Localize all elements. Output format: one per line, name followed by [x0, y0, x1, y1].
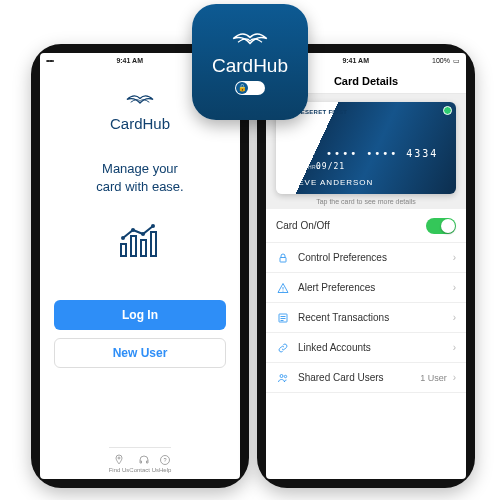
screen-details: ••••• 9:41 AM 100%▭ ‹ Back Card Details … — [266, 53, 466, 479]
svg-point-19 — [284, 375, 286, 377]
new-user-button[interactable]: New User — [54, 338, 226, 368]
signal-icon: ••••• — [46, 57, 53, 64]
chevron-right-icon: › — [453, 312, 456, 323]
chevron-right-icon: › — [453, 372, 456, 383]
svg-point-7 — [151, 224, 155, 228]
card-status-dot — [443, 106, 452, 115]
chevron-right-icon: › — [453, 342, 456, 353]
contact-us-tab[interactable]: Contact Us — [129, 454, 159, 473]
card-onoff-row: Card On/Off — [266, 209, 466, 243]
lock-icon: 🔒 — [236, 82, 248, 94]
users-icon — [276, 372, 290, 384]
svg-rect-3 — [151, 232, 156, 256]
tap-hint: Tap the card to see more details — [316, 198, 416, 205]
chevron-right-icon: › — [453, 252, 456, 263]
status-time: 9:41 AM — [116, 57, 143, 64]
app-icon-tile: CardHub 🔒 — [192, 4, 308, 120]
card-onoff-label: Card On/Off — [276, 220, 426, 231]
linked-accounts-row[interactable]: Linked Accounts › — [266, 333, 466, 363]
control-preferences-row[interactable]: Control Preferences › — [266, 243, 466, 273]
pin-icon — [113, 454, 125, 466]
app-icon-brand: CardHub — [212, 55, 288, 77]
shared-count: 1 User — [420, 373, 447, 383]
svg-rect-1 — [131, 236, 136, 256]
help-icon: ? — [159, 454, 171, 466]
recent-transactions-row[interactable]: Recent Transactions › — [266, 303, 466, 333]
battery-icon: ▭ — [453, 57, 460, 65]
status-time: 9:41 AM — [342, 57, 369, 64]
card-onoff-toggle[interactable] — [426, 218, 456, 234]
help-tab[interactable]: ? Help — [159, 454, 171, 473]
svg-rect-11 — [280, 257, 286, 262]
chevron-right-icon: › — [453, 282, 456, 293]
login-button[interactable]: Log In — [54, 300, 226, 330]
svg-point-13 — [283, 290, 284, 291]
svg-point-6 — [141, 232, 145, 236]
lock-icon — [276, 252, 290, 264]
brand-logo: CardHub — [110, 92, 170, 132]
credit-card[interactable]: DESERET FIRST •••• •••• •••• 4334 VALID … — [276, 102, 456, 194]
list-icon — [276, 312, 290, 324]
bird-icon — [126, 92, 154, 107]
headset-icon — [138, 454, 150, 466]
shared-users-row[interactable]: Shared Card Users 1 User › — [266, 363, 466, 393]
card-holder: STEVE ANDERSON — [286, 178, 373, 187]
svg-text:?: ? — [164, 457, 167, 463]
card-expiry: 09/21 — [316, 162, 345, 171]
svg-point-18 — [280, 374, 283, 377]
lock-toggle-icon: 🔒 — [235, 81, 265, 95]
card-number: •••• •••• •••• 4334 — [286, 148, 438, 159]
alert-preferences-row[interactable]: Alert Preferences › — [266, 273, 466, 303]
svg-point-4 — [121, 236, 125, 240]
alert-icon — [276, 282, 290, 294]
status-battery: 100% — [432, 57, 450, 64]
brand-name: CardHub — [110, 115, 170, 132]
tagline: Manage yourcard with ease. — [96, 160, 183, 196]
svg-point-8 — [118, 457, 120, 459]
link-icon — [276, 342, 290, 354]
svg-rect-0 — [121, 244, 126, 256]
svg-point-5 — [131, 228, 135, 232]
svg-rect-2 — [141, 240, 146, 256]
page-title: Card Details — [334, 75, 398, 87]
bird-icon — [232, 29, 268, 48]
find-us-tab[interactable]: Find Us — [109, 454, 130, 473]
chart-icon — [118, 224, 162, 264]
bottom-bar: Find Us Contact Us ? Help — [109, 447, 172, 479]
